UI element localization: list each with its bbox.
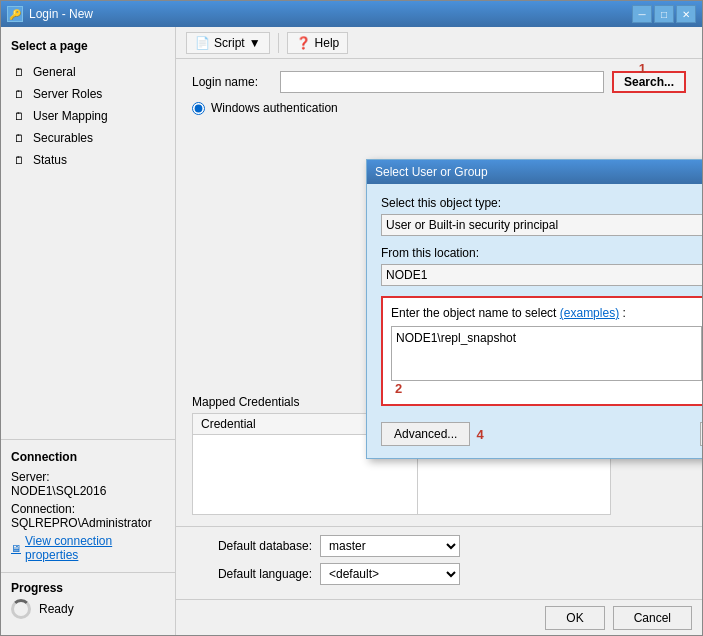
help-button[interactable]: ❓ Help — [287, 32, 349, 54]
progress-status: Ready — [39, 602, 74, 616]
ok-button[interactable]: OK — [545, 606, 604, 630]
badge-4: 4 — [476, 427, 483, 442]
sidebar-item-label-server-roles: Server Roles — [33, 87, 102, 101]
search-button[interactable]: Search... — [612, 71, 686, 93]
main-content: Select a page 🗒 General 🗒 Server Roles 🗒… — [1, 27, 702, 635]
sidebar-item-label-status: Status — [33, 153, 67, 167]
dialog-title: Select User or Group — [375, 165, 488, 179]
user-mapping-icon: 🗒 — [11, 108, 27, 124]
object-name-row: NODE1\repl_snapshot 3 Check Names — [391, 326, 702, 381]
default-db-row: Default database: master — [192, 535, 686, 557]
object-type-row: Object Types... — [381, 214, 702, 238]
object-name-label: Enter the object name to select (example… — [391, 306, 702, 320]
window-footer: OK Cancel — [176, 599, 702, 635]
login-name-label: Login name: — [192, 75, 272, 89]
dialog-body: Select this object type: Object Types...… — [367, 184, 702, 458]
server-roles-icon: 🗒 — [11, 86, 27, 102]
sidebar-item-securables[interactable]: 🗒 Securables — [1, 127, 175, 149]
close-button[interactable]: ✕ — [676, 5, 696, 23]
windows-auth-radio[interactable] — [192, 102, 205, 115]
sidebar-item-general[interactable]: 🗒 General — [1, 61, 175, 83]
object-name-section: Enter the object name to select (example… — [381, 296, 702, 406]
progress-title: Progress — [11, 581, 165, 595]
login-name-input[interactable] — [280, 71, 604, 93]
sidebar: Select a page 🗒 General 🗒 Server Roles 🗒… — [1, 27, 176, 635]
object-type-input[interactable] — [381, 214, 702, 236]
general-icon: 🗒 — [11, 64, 27, 80]
dialog-footer: Advanced... 4 OK Cancel — [381, 416, 702, 446]
script-button[interactable]: 📄 Script ▼ — [186, 32, 270, 54]
examples-link[interactable]: (examples) — [560, 306, 619, 320]
object-name-input[interactable]: NODE1\repl_snapshot — [392, 327, 701, 380]
location-label: From this location: — [381, 246, 702, 260]
toolbar: 📄 Script ▼ ❓ Help — [176, 27, 702, 59]
server-label: Server: NODE1\SQL2016 — [11, 470, 165, 498]
view-connection-link[interactable]: 🖥 View connection properties — [11, 534, 165, 562]
select-user-dialog: Select User or Group ✕ Select this objec… — [366, 159, 702, 459]
dialog-title-bar: Select User or Group ✕ — [367, 160, 702, 184]
location-input[interactable] — [381, 264, 702, 286]
sidebar-item-server-roles[interactable]: 🗒 Server Roles — [1, 83, 175, 105]
object-name-area: NODE1\repl_snapshot — [391, 326, 702, 381]
dialog-ok-button[interactable]: OK — [700, 422, 702, 446]
progress-spinner — [11, 599, 31, 619]
default-lang-row: Default language: <default> — [192, 563, 686, 585]
securables-icon: 🗒 — [11, 130, 27, 146]
location-row: Locations... — [381, 264, 702, 288]
sidebar-item-label-user-mapping: User Mapping — [33, 109, 108, 123]
default-db-label: Default database: — [192, 539, 312, 553]
cancel-button[interactable]: Cancel — [613, 606, 692, 630]
dialog-footer-right: OK Cancel — [700, 422, 702, 446]
connection-value: SQLREPRO\Administrator — [11, 516, 152, 530]
default-lang-select[interactable]: <default> — [320, 563, 460, 585]
sidebar-item-label-securables: Securables — [33, 131, 93, 145]
server-value: NODE1\SQL2016 — [11, 484, 106, 498]
toolbar-separator — [278, 33, 279, 53]
help-icon: ❓ — [296, 36, 311, 50]
sidebar-item-user-mapping[interactable]: 🗒 User Mapping — [1, 105, 175, 127]
auth-row: Windows authentication — [192, 101, 686, 115]
windows-auth-label: Windows authentication — [211, 101, 338, 115]
main-window: 🔑 Login - New ─ □ ✕ Select a page 🗒 Gene… — [0, 0, 703, 636]
script-dropdown-icon: ▼ — [249, 36, 261, 50]
sidebar-title: Select a page — [1, 35, 175, 61]
connection-title: Connection — [11, 450, 165, 464]
advanced-button[interactable]: Advanced... — [381, 422, 470, 446]
title-bar: 🔑 Login - New ─ □ ✕ — [1, 1, 702, 27]
right-panel: 📄 Script ▼ ❓ Help Login name: 1 Search..… — [176, 27, 702, 635]
connection-section: Connection Server: NODE1\SQL2016 Connect… — [1, 439, 175, 572]
sidebar-item-label-general: General — [33, 65, 76, 79]
badge-2: 2 — [395, 381, 402, 396]
progress-row: Ready — [11, 599, 165, 619]
maximize-button[interactable]: □ — [654, 5, 674, 23]
object-type-label: Select this object type: — [381, 196, 702, 210]
default-lang-label: Default language: — [192, 567, 312, 581]
progress-section: Progress Ready — [1, 572, 175, 627]
status-icon: 🗒 — [11, 152, 27, 168]
form-area: Login name: 1 Search... Windows authenti… — [176, 59, 702, 526]
title-bar-buttons: ─ □ ✕ — [632, 5, 696, 23]
window-icon: 🔑 — [7, 6, 23, 22]
connection-label: Connection: SQLREPRO\Administrator — [11, 502, 165, 530]
bottom-form: Default database: master Default languag… — [176, 526, 702, 599]
login-name-row: Login name: 1 Search... — [192, 71, 686, 93]
sidebar-item-status[interactable]: 🗒 Status — [1, 149, 175, 171]
minimize-button[interactable]: ─ — [632, 5, 652, 23]
script-icon: 📄 — [195, 36, 210, 50]
window-title: Login - New — [29, 7, 93, 21]
default-db-select[interactable]: master — [320, 535, 460, 557]
title-bar-left: 🔑 Login - New — [7, 6, 93, 22]
badge-1: 1 — [639, 61, 646, 76]
